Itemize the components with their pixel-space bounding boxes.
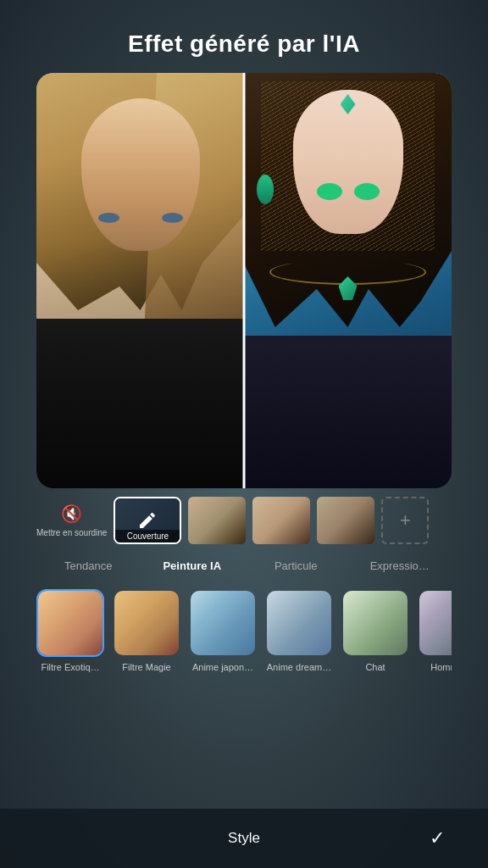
mute-label: Mettre en sourdine bbox=[36, 527, 107, 538]
main-content: Effet généré par l'IA bbox=[0, 0, 488, 868]
filter-item-5[interactable]: Homme… bbox=[418, 589, 452, 672]
page-title: Effet généré par l'IA bbox=[128, 31, 360, 58]
bottom-action-bar: Style ✓ bbox=[0, 809, 488, 868]
filter-item-3[interactable]: Anime dream… bbox=[265, 589, 333, 672]
category-tabs: Tendance Peinture IA Particule Expressio… bbox=[36, 553, 452, 579]
bottom-panel: 🔇 Mettre en sourdine Couverture bbox=[36, 497, 452, 672]
mute-button[interactable]: 🔇 Mettre en sourdine bbox=[36, 504, 107, 538]
filmstrip-row: 🔇 Mettre en sourdine Couverture bbox=[36, 497, 452, 544]
filter-thumb-homme[interactable] bbox=[418, 589, 452, 657]
add-clip-button[interactable]: + bbox=[381, 497, 429, 544]
mute-icon: 🔇 bbox=[61, 504, 82, 524]
anime-eye-right bbox=[354, 183, 380, 200]
filter-thumb-filtre-exotique[interactable] bbox=[36, 589, 104, 657]
filter-thumb-filtre-exotique-img bbox=[38, 591, 103, 655]
filter-thumb-homme-img bbox=[419, 591, 452, 655]
filter-label-4: Chat bbox=[365, 662, 385, 672]
confirm-button[interactable]: ✓ bbox=[420, 821, 454, 855]
film-thumb-3-img bbox=[317, 497, 374, 544]
preview-image-card bbox=[36, 73, 452, 488]
filter-thumb-filtre-magie[interactable] bbox=[113, 589, 180, 657]
image-split-view bbox=[36, 73, 452, 488]
filter-items-row: Filtre Exotiq… Filtre Magie Anime japon…… bbox=[36, 589, 452, 672]
film-thumb-3[interactable] bbox=[317, 497, 374, 544]
film-thumb-1-img bbox=[188, 497, 246, 544]
filter-label-0: Filtre Exotiq… bbox=[41, 662, 99, 672]
film-thumb-1[interactable] bbox=[188, 497, 246, 544]
anime-earrings bbox=[257, 175, 274, 204]
plus-icon: + bbox=[400, 509, 411, 531]
filter-thumb-chat-img bbox=[343, 591, 408, 655]
checkmark-icon: ✓ bbox=[430, 827, 445, 849]
anime-eye-left bbox=[317, 183, 342, 200]
pen-icon bbox=[137, 510, 158, 531]
filter-item-1[interactable]: Filtre Magie bbox=[113, 589, 180, 672]
tab-tendance[interactable]: Tendance bbox=[36, 553, 141, 579]
split-divider bbox=[243, 73, 246, 488]
filter-thumb-anime-japon[interactable] bbox=[189, 589, 257, 657]
tab-expression[interactable]: Expressio… bbox=[348, 553, 452, 579]
filter-label-2: Anime japon… bbox=[192, 662, 253, 672]
photo-overlay bbox=[36, 73, 244, 488]
filter-thumb-anime-japon-img bbox=[191, 591, 255, 655]
anime-body bbox=[244, 336, 452, 488]
filter-thumb-chat[interactable] bbox=[341, 589, 409, 657]
filter-label-3: Anime dream… bbox=[267, 662, 331, 672]
anime-illustration bbox=[244, 73, 452, 488]
filter-item-4[interactable]: Chat bbox=[341, 589, 409, 672]
film-thumb-2[interactable] bbox=[252, 497, 310, 544]
filter-thumb-anime-dream[interactable] bbox=[265, 589, 333, 657]
style-label: Style bbox=[228, 830, 260, 847]
active-filter-strip[interactable]: Couverture bbox=[114, 497, 181, 544]
filter-label-5: Homme… bbox=[430, 662, 452, 672]
original-photo bbox=[36, 73, 244, 488]
filter-thumb-anime-dream-img bbox=[267, 591, 331, 655]
filter-thumb-filtre-magie-img bbox=[114, 591, 179, 655]
filter-item-0[interactable]: Filtre Exotiq… bbox=[36, 589, 104, 672]
tab-particule[interactable]: Particule bbox=[244, 553, 348, 579]
active-filter-label: Couverture bbox=[115, 530, 180, 542]
filter-item-2[interactable]: Anime japon… bbox=[189, 589, 257, 672]
filter-label-1: Filtre Magie bbox=[122, 662, 170, 672]
tab-peinture-ia[interactable]: Peinture IA bbox=[141, 553, 245, 579]
film-thumb-2-img bbox=[252, 497, 310, 544]
